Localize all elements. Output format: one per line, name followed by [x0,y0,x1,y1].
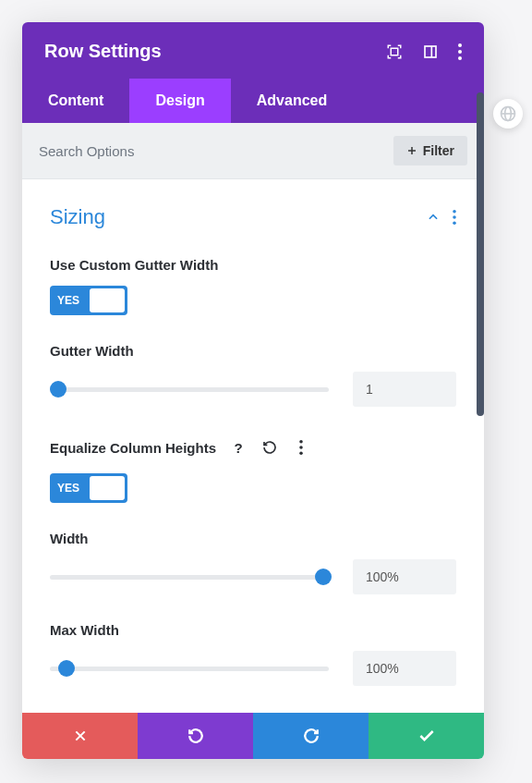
svg-point-5 [458,56,462,60]
slider-row-width [50,559,456,594]
save-button[interactable] [369,713,484,759]
tab-design[interactable]: Design [129,79,230,123]
search-bar: Filter [22,123,484,179]
field-width: Width [50,531,456,594]
section-actions [427,210,456,225]
slider-gutter-width[interactable] [50,380,329,398]
svg-point-11 [299,440,303,444]
section-header: Sizing [50,205,456,229]
toggle-custom-gutter[interactable]: YES [50,286,127,315]
slider-thumb[interactable] [315,569,332,585]
search-input[interactable] [39,143,393,159]
settings-content: Sizing Use Custom Gutter Width YES Gutte… [22,179,484,713]
field-custom-gutter: Use Custom Gutter Width YES [50,257,456,315]
slider-thumb[interactable] [58,660,75,677]
svg-point-4 [458,50,462,54]
field-kebab-icon[interactable] [288,434,314,460]
svg-point-3 [458,43,462,47]
redo-icon [303,728,320,744]
globe-icon[interactable] [493,99,523,128]
label-equalize: Equalize Column Heights ? [50,434,456,460]
reset-icon[interactable] [257,434,283,460]
slider-max-width[interactable] [50,659,329,678]
modal-header: Row Settings [22,22,484,79]
row-settings-modal: Row Settings Content Design Advanced Fil… [22,22,484,759]
svg-rect-1 [425,46,436,57]
field-equalize: Equalize Column Heights ? YES [50,434,456,503]
close-icon [73,728,88,743]
field-equalize-icons: ? [225,434,314,460]
svg-point-13 [299,451,303,455]
slider-row-max-width [50,651,456,686]
modal-footer [22,713,484,759]
toggle-text: YES [50,294,79,307]
toggle-knob [90,288,125,312]
modal-title: Row Settings [44,41,162,62]
expand-icon[interactable] [386,43,403,60]
section-title: Sizing [50,205,105,229]
label-width: Width [50,531,456,546]
input-width[interactable] [353,559,456,594]
field-max-width: Max Width [50,622,456,686]
header-actions [386,43,462,60]
svg-point-9 [453,215,456,219]
filter-label: Filter [423,143,454,158]
slider-width[interactable] [50,568,329,586]
svg-point-12 [299,446,303,449]
tab-content[interactable]: Content [22,79,129,123]
slider-row-gutter [50,372,456,407]
slider-thumb[interactable] [50,381,66,398]
label-equalize-text: Equalize Column Heights [50,440,216,456]
toggle-knob [90,476,125,500]
svg-rect-0 [391,48,398,55]
label-gutter-width: Gutter Width [50,343,456,359]
scrollbar[interactable] [477,92,484,416]
section-kebab-icon[interactable] [453,210,456,225]
close-button[interactable] [22,713,138,759]
label-custom-gutter: Use Custom Gutter Width [50,257,456,273]
snap-icon[interactable] [423,44,438,59]
field-gutter-width: Gutter Width [50,343,456,407]
undo-button[interactable] [138,713,253,759]
filter-button[interactable]: Filter [393,136,467,165]
toggle-equalize[interactable]: YES [50,473,127,503]
plus-icon [406,145,417,156]
svg-point-10 [453,221,456,225]
label-max-width: Max Width [50,622,456,638]
kebab-menu-icon[interactable] [458,43,462,60]
collapse-icon[interactable] [427,211,440,224]
tab-advanced[interactable]: Advanced [231,79,353,123]
tabs: Content Design Advanced [22,79,484,123]
svg-point-8 [453,210,456,214]
undo-icon [187,728,204,744]
check-icon [417,727,436,745]
redo-button[interactable] [253,713,369,759]
toggle-text: YES [50,482,79,495]
help-icon[interactable]: ? [225,434,251,460]
input-max-width[interactable] [353,651,456,686]
input-gutter-width[interactable] [353,372,456,407]
